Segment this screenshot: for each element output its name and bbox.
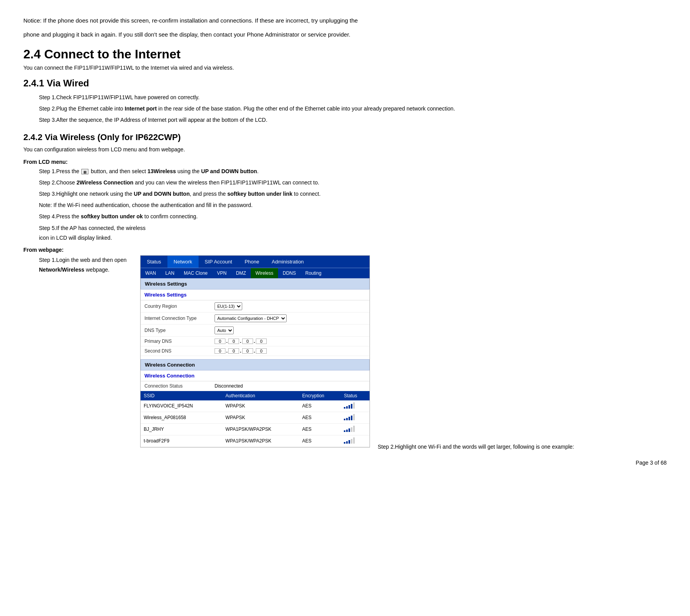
dns2-2[interactable] — [228, 348, 239, 354]
lcd-step2-bold: 2Wireless Connection — [77, 179, 134, 186]
from-webpage-label: From webpage: — [23, 247, 667, 253]
table-row[interactable]: Wireless_AP081658WPAPSKAES — [141, 412, 370, 423]
th-auth: Authentication — [222, 391, 299, 400]
sub-lan[interactable]: LAN — [161, 268, 179, 278]
select-dns-type[interactable]: Auto — [215, 326, 234, 334]
lcd-step5: Step 5.If the AP has connected, the wire… — [39, 223, 148, 243]
cell-auth: WPA1PSK/WPA2PSK — [222, 423, 299, 435]
wireless-settings-header: Wireless Settings — [141, 278, 370, 290]
form-row-dns-type: DNS Type Auto — [141, 325, 370, 337]
form-row-country: Country Region EU(1-13) — [141, 300, 370, 312]
table-row[interactable]: FLYINGVOICE_IP542NWPAPSKAES — [141, 400, 370, 412]
router-ui: Status Network SIP Account Phone Adminis… — [140, 255, 370, 448]
label-dns-type: DNS Type — [144, 328, 215, 333]
lcd-step3-pre: Step 3.Highlight one network using the — [39, 191, 134, 197]
signal-icon — [344, 402, 355, 409]
form-row-conn-status: Connection Status Disconnected — [141, 381, 370, 391]
wireless-connection-header: Wireless Connection — [141, 359, 370, 370]
lcd-step1-post: . — [257, 168, 259, 174]
step-241-2-pre: Step 2.Plug the Ethernet cable into — [39, 105, 125, 112]
table-header-row: SSID Authentication Encryption Status — [141, 391, 370, 400]
cell-enc: AES — [299, 435, 341, 447]
step-241-3: Step 3.After the sequence, the IP Addres… — [39, 115, 667, 125]
lcd-step4-bold: softkey button under ok — [81, 213, 143, 219]
cell-enc: AES — [299, 423, 341, 435]
dns2-4[interactable] — [256, 348, 267, 354]
select-conn-type[interactable]: Automatic Configuration - DHCP — [215, 314, 287, 322]
value-country[interactable]: EU(1-13) — [215, 302, 366, 310]
step-241-2: Step 2.Plug the Ethernet cable into Inte… — [39, 104, 667, 114]
lcd-step3-post-pre: , and press the — [190, 191, 227, 197]
sub-dmz[interactable]: DMZ — [231, 268, 251, 278]
table-row[interactable]: t-broadF2F9WPA1PSK/WPA2PSKAES — [141, 435, 370, 447]
page-number: Page 3 of 68 — [23, 460, 667, 466]
select-country[interactable]: EU(1-13) — [215, 302, 242, 310]
cell-status — [341, 400, 370, 412]
nav-network[interactable]: Network — [167, 256, 199, 268]
value-conn-type[interactable]: Automatic Configuration - DHCP — [215, 314, 366, 322]
th-enc: Encryption — [299, 391, 341, 400]
notice-line1: Notice: If the phone does not provide th… — [23, 16, 667, 26]
web-step1-pre: Step 1.Login the web and then open — [39, 257, 127, 263]
label-conn-status: Connection Status — [144, 383, 215, 389]
sub-mac-clone[interactable]: MAC Clone — [179, 268, 212, 278]
notice-line2: phone and plugging it back in again. If … — [23, 30, 667, 40]
lcd-step1-bold: 13Wireless — [148, 168, 176, 174]
step-241-2-post: in the rear side of the base station. Pl… — [157, 105, 455, 112]
section-241-steps: Step 1.Check FIP11/FIP11W/FIP11WL have p… — [39, 93, 667, 125]
web-step2-post: words will get larger, following is one … — [462, 444, 574, 450]
web-step1-bold: Network/Wireless — [39, 267, 84, 273]
web-step2-right: Step 2.Highlight one Wi-Fi and the words… — [378, 255, 667, 452]
cell-ssid: t-broadF2F9 — [141, 435, 222, 447]
cell-status — [341, 412, 370, 423]
lcd-step3-post-bold: softkey button under link — [227, 191, 292, 197]
section-242-intro: You can configuration wireless from LCD … — [23, 146, 667, 153]
lcd-step3-bold: UP and DOWN button — [134, 191, 190, 197]
table-row[interactable]: BJ_JRHYWPA1PSK/WPA2PSKAES — [141, 423, 370, 435]
dns2-1[interactable] — [215, 348, 225, 354]
section-24-title: 2.4 Connect to the Internet — [23, 47, 667, 61]
lcd-step5-pre: Step 5.If the AP has connected, the — [39, 225, 126, 231]
dns1-4[interactable] — [256, 339, 267, 344]
nav-admin[interactable]: Administration — [266, 256, 310, 268]
nav-phone[interactable]: Phone — [238, 256, 266, 268]
lcd-steps: Step 1.Press the ▦ button, and then sele… — [39, 167, 667, 222]
lcd-step1-mid: button, and then select — [89, 168, 147, 174]
wifi-table: SSID Authentication Encryption Status FL… — [141, 391, 370, 447]
wireless-settings-sub: Wireless Settings — [141, 290, 370, 300]
step-241-2-bold: Internet port — [125, 105, 157, 112]
wifi-table-body: FLYINGVOICE_IP542NWPAPSKAESWireless_AP08… — [141, 400, 370, 447]
nav-sip[interactable]: SIP Account — [199, 256, 239, 268]
step-241-1: Step 1.Check FIP11/FIP11W/FIP11WL have p… — [39, 93, 667, 102]
lcd-step5-text: Step 5.If the AP has connected, the wire… — [39, 223, 148, 243]
lcd-step2-post: and you can view the wireless then FIP11… — [134, 179, 319, 186]
notice-block: Notice: If the phone does not provide th… — [23, 16, 667, 39]
webpage-section: Step 1.Login the web and then open Netwo… — [23, 255, 667, 452]
cell-auth: WPA1PSK/WPA2PSK — [222, 435, 299, 447]
form-row-second-dns: Second DNS . . . — [141, 346, 370, 356]
cell-enc: AES — [299, 412, 341, 423]
sub-vpn[interactable]: VPN — [212, 268, 231, 278]
dns1-2[interactable] — [228, 339, 239, 344]
section-242-title: 2.4.2 Via Wireless (Only for IP622CWP) — [23, 132, 667, 142]
lcd-step1-post-bold: UP and DOWN button — [201, 168, 257, 174]
sub-wan[interactable]: WAN — [141, 268, 161, 278]
router-nav-sub: WAN LAN MAC Clone VPN DMZ Wireless DDNS … — [141, 268, 370, 278]
section-24-intro: You can connect the FIP11/FIP11W/FIP11WL… — [23, 65, 667, 71]
dns2-3[interactable] — [242, 348, 253, 354]
sub-wireless[interactable]: Wireless — [251, 268, 278, 278]
web-steps-text: Step 1.Login the web and then open Netwo… — [23, 255, 132, 275]
lcd-step5-row: Step 5.If the AP has connected, the wire… — [39, 223, 667, 243]
lcd-step3: Step 3.Highlight one network using the U… — [39, 189, 667, 199]
th-ssid: SSID — [141, 391, 222, 400]
dns1-3[interactable] — [242, 339, 253, 344]
label-primary-dns: Primary DNS — [144, 339, 215, 344]
sub-ddns[interactable]: DDNS — [278, 268, 301, 278]
dns1-1[interactable] — [215, 339, 225, 344]
nav-status[interactable]: Status — [141, 256, 167, 268]
web-step2: Step 2.Highlight one Wi-Fi and the words… — [378, 442, 667, 452]
cell-status — [341, 423, 370, 435]
sub-routing[interactable]: Routing — [301, 268, 326, 278]
lcd-note: Note: If the Wi-Fi need authentication, … — [39, 200, 667, 210]
value-dns-type[interactable]: Auto — [215, 326, 366, 334]
